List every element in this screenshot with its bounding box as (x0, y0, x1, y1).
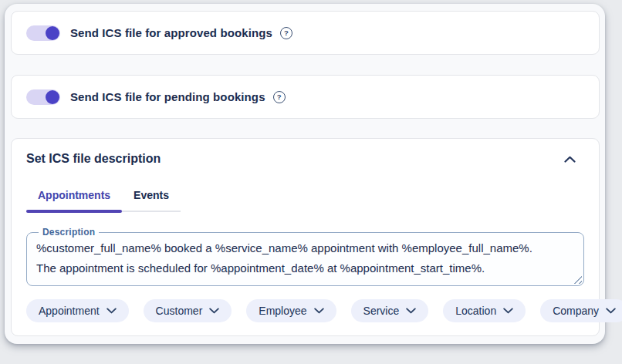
placeholder-label: Service (363, 305, 400, 317)
chevron-down-icon (406, 308, 416, 314)
placeholder-dropdown-appointment[interactable]: Appointment (26, 299, 129, 322)
approved-toggle-label: Send ICS file for approved bookings (70, 26, 272, 39)
chevron-down-icon (106, 308, 117, 314)
placeholder-label: Company (553, 305, 599, 317)
description-textarea[interactable]: %customer_full_name% booked a %service_n… (27, 238, 583, 278)
toggle-knob (46, 26, 59, 40)
chevron-up-icon (564, 156, 576, 163)
placeholder-buttons-row: Appointment Customer Employee Service (26, 299, 584, 322)
section-header: Set ICS file description (12, 139, 599, 166)
section-title: Set ICS file description (26, 152, 161, 166)
chevron-down-icon (606, 308, 616, 314)
placeholder-dropdown-customer[interactable]: Customer (144, 299, 232, 322)
placeholder-label: Location (455, 305, 496, 317)
send-ics-approved-toggle[interactable] (26, 25, 60, 41)
collapse-section-button[interactable] (563, 154, 577, 164)
tab-appointments[interactable]: Appointments (26, 181, 122, 211)
placeholder-dropdown-employee[interactable]: Employee (246, 299, 336, 322)
placeholder-label: Appointment (39, 305, 100, 317)
placeholder-dropdown-service[interactable]: Service (351, 299, 429, 322)
placeholder-label: Customer (156, 305, 203, 317)
placeholder-dropdown-location[interactable]: Location (443, 299, 526, 322)
approved-bookings-card: Send ICS file for approved bookings ? (11, 11, 600, 55)
chevron-down-icon (314, 308, 324, 314)
toggle-knob (46, 90, 59, 104)
ics-description-card: Set ICS file description Appointments Ev… (11, 138, 600, 336)
tab-bar: Appointments Events (26, 181, 181, 212)
chevron-down-icon (503, 308, 513, 314)
description-field-label: Description (39, 227, 99, 238)
pending-bookings-card: Send ICS file for pending bookings ? (11, 75, 600, 119)
placeholder-dropdown-company[interactable]: Company (540, 299, 622, 322)
send-ics-pending-toggle[interactable] (26, 89, 60, 105)
placeholder-label: Employee (259, 305, 306, 317)
help-icon[interactable]: ? (273, 91, 286, 103)
help-icon[interactable]: ? (280, 27, 292, 39)
tab-events[interactable]: Events (122, 181, 181, 211)
description-fieldset: Description %customer_full_name% booked … (26, 227, 584, 286)
chevron-down-icon (209, 308, 219, 314)
settings-panel: Send ICS file for approved bookings ? Se… (5, 4, 605, 344)
pending-toggle-label: Send ICS file for pending bookings (70, 90, 265, 103)
